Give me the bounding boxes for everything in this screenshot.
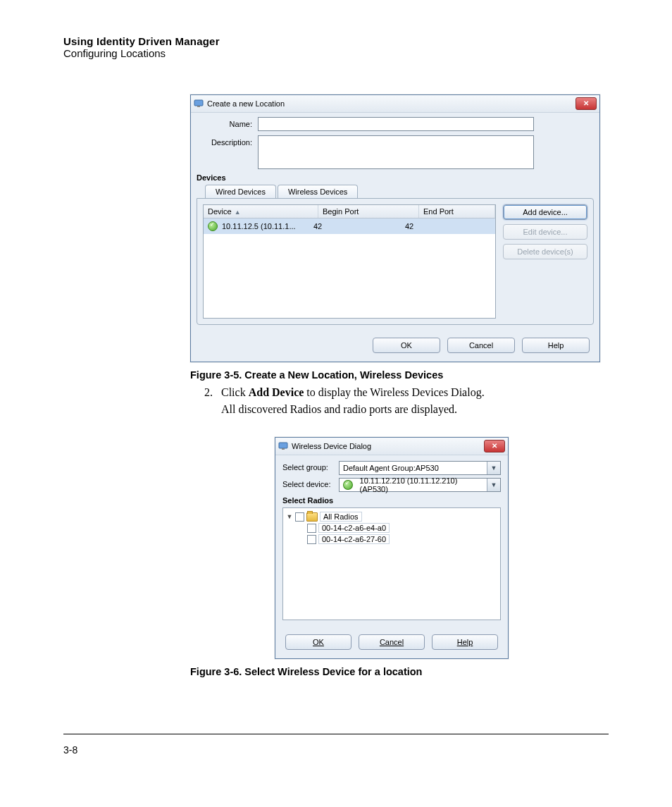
dropdown-icon: ▼: [487, 479, 500, 491]
devices-section-label: Devices: [197, 173, 594, 182]
svg-rect-2: [279, 443, 287, 448]
step-number: 2.: [204, 386, 221, 399]
radios-tree: ▼ All Radios 00-14-c2-a6-e4-a0 00-14-c2-…: [282, 507, 501, 620]
header-title: Using Identity Driven Manager: [63, 35, 609, 47]
status-ok-icon: [343, 480, 353, 490]
page-footer: 3-8: [63, 734, 609, 756]
ok-button[interactable]: OK: [285, 634, 351, 650]
tab-wireless-devices[interactable]: Wireless Devices: [278, 185, 358, 198]
description-input[interactable]: [258, 135, 534, 169]
radio-mac-1: 00-14-c2-a6-e4-a0: [318, 523, 390, 533]
dialog2-title: Wireless Device Dialog: [292, 442, 484, 450]
svg-rect-3: [282, 448, 285, 450]
description-label: Description:: [199, 135, 258, 147]
cell-begin: 42: [313, 221, 405, 232]
checkbox[interactable]: [307, 524, 316, 533]
add-device-button[interactable]: Add device...: [503, 204, 587, 220]
devices-table: Device▲ Begin Port End Port 10.11.12.5 (…: [203, 204, 496, 319]
monitor-icon: [278, 441, 288, 451]
header-subtitle: Configuring Locations: [63, 47, 609, 59]
tree-root[interactable]: ▼ All Radios: [286, 511, 497, 522]
device-tabs: Wired Devices Wireless Devices: [205, 185, 599, 198]
dialog-title: Create a new Location: [207, 99, 575, 108]
help-button[interactable]: Help: [432, 634, 498, 650]
help-button[interactable]: Help: [522, 338, 590, 353]
page-number: 3-8: [63, 744, 77, 756]
col-end-port[interactable]: End Port: [419, 205, 495, 218]
device-value: 10.11.12.210 (10.11.12.210) (AP530): [360, 476, 483, 493]
step-text: Click Add Device to display the Wireless…: [221, 386, 609, 399]
name-input[interactable]: [258, 117, 534, 131]
edit-device-button: Edit device...: [503, 224, 587, 240]
dialog2-button-row: OK Cancel Help: [275, 627, 508, 658]
col-device[interactable]: Device▲: [204, 205, 318, 218]
name-label: Name:: [199, 117, 258, 128]
select-group-label: Select group:: [282, 461, 339, 472]
select-device-combo[interactable]: 10.11.12.210 (10.11.12.210) (AP530) ▼: [339, 478, 501, 492]
cell-end: 42: [405, 221, 491, 232]
svg-rect-0: [194, 100, 203, 106]
table-header: Device▲ Begin Port End Port: [204, 205, 495, 218]
wireless-device-dialog: Wireless Device Dialog ✕ Select group: D…: [275, 437, 509, 659]
tab-wired-devices[interactable]: Wired Devices: [205, 185, 276, 198]
figure-3-5-caption: Figure 3-5. Create a New Location, Wirel…: [190, 369, 609, 381]
close-button[interactable]: ✕: [484, 440, 505, 452]
folder-icon: [306, 512, 318, 522]
cancel-button[interactable]: Cancel: [359, 634, 425, 650]
group-value: Default Agent Group:AP530: [343, 464, 439, 472]
radio-mac-2: 00-14-c2-a6-27-60: [318, 534, 390, 544]
dialog2-titlebar: Wireless Device Dialog ✕: [275, 438, 508, 455]
cell-device: 10.11.12.5 (10.11.1...: [222, 222, 296, 230]
collapse-icon[interactable]: ▼: [286, 513, 293, 520]
col-begin-port[interactable]: Begin Port: [318, 205, 419, 218]
dropdown-icon: ▼: [487, 462, 500, 474]
select-group-combo[interactable]: Default Agent Group:AP530 ▼: [339, 461, 501, 475]
create-location-dialog: Create a new Location ✕ Name: Descriptio…: [190, 94, 600, 362]
select-radios-label: Select Radios: [282, 496, 501, 505]
figure-3-6-caption: Figure 3-6. Select Wireless Device for a…: [190, 666, 609, 677]
select-device-label: Select device:: [282, 478, 339, 488]
page-header: Using Identity Driven Manager Configurin…: [63, 35, 609, 59]
close-button[interactable]: ✕: [575, 97, 597, 110]
cancel-button[interactable]: Cancel: [447, 338, 515, 353]
sort-asc-icon: ▲: [235, 209, 241, 216]
tree-child[interactable]: 00-14-c2-a6-e4-a0: [286, 522, 497, 534]
table-row[interactable]: 10.11.12.5 (10.11.1... 42 42: [204, 218, 495, 234]
svg-rect-1: [197, 106, 200, 107]
status-ok-icon: [208, 221, 218, 231]
dialog-button-row: OK Cancel Help: [191, 331, 599, 362]
tree-child[interactable]: 00-14-c2-a6-27-60: [286, 534, 497, 545]
devices-panel: Device▲ Begin Port End Port 10.11.12.5 (…: [197, 198, 594, 325]
checkbox[interactable]: [307, 535, 316, 544]
delete-device-button: Delete device(s): [503, 244, 587, 259]
monitor-icon: [194, 99, 204, 109]
ok-button[interactable]: OK: [373, 338, 440, 353]
dialog-titlebar: Create a new Location ✕: [191, 95, 599, 113]
device-action-buttons: Add device... Edit device... Delete devi…: [503, 204, 587, 319]
tree-root-label: All Radios: [320, 512, 362, 522]
close-icon: ✕: [492, 443, 497, 450]
step-2-line2: All discovered Radios and radio ports ar…: [221, 403, 609, 416]
step-2: 2. Click Add Device to display the Wirel…: [204, 386, 609, 399]
checkbox[interactable]: [295, 512, 304, 522]
close-icon: ✕: [583, 100, 589, 107]
